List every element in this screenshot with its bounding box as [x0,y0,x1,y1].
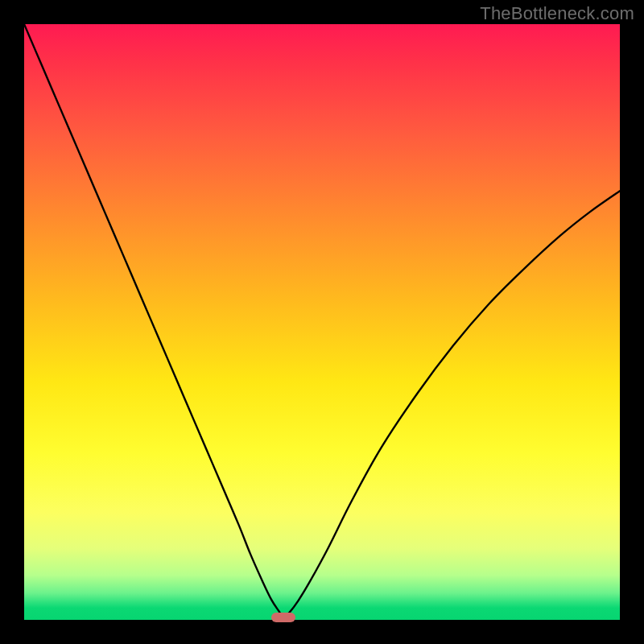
bottleneck-curve [24,24,620,620]
watermark-text: TheBottleneck.com [480,3,634,24]
plot-area [24,24,620,620]
optimum-marker [271,613,295,622]
curve-left-branch [24,24,283,618]
chart-frame: TheBottleneck.com [0,0,644,644]
curve-right-branch [283,191,620,618]
